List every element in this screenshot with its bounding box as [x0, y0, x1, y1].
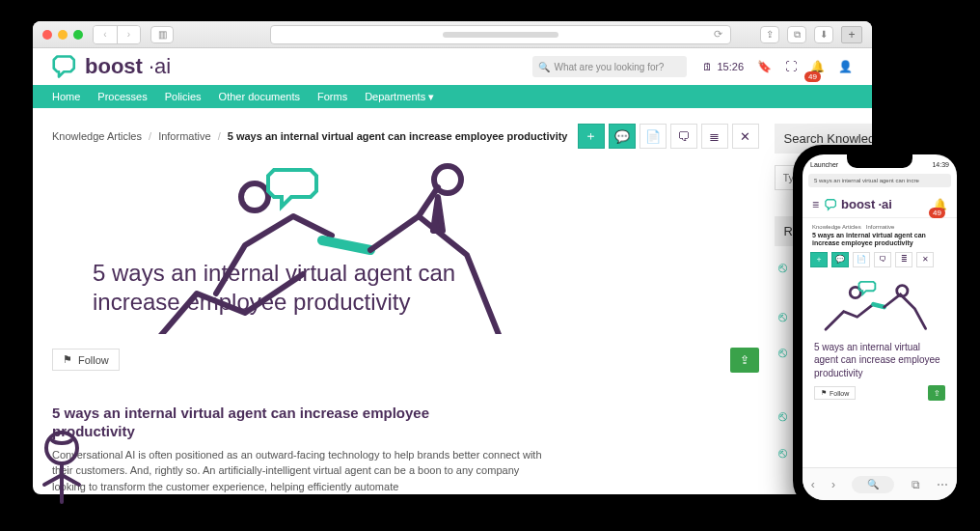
brand-name: boost [85, 54, 143, 79]
breadcrumb-root[interactable]: Knowledge Articles [812, 224, 861, 230]
phone-follow-button[interactable]: ⚑ Follow [814, 386, 856, 400]
calendar-icon: 🗓 [702, 61, 713, 72]
main-column: Knowledge Articles / Informative / 5 way… [52, 124, 759, 494]
breadcrumb-category[interactable]: Informative [866, 224, 895, 230]
profile-avatar[interactable]: 👤 [838, 60, 853, 73]
svg-point-0 [434, 166, 461, 193]
logo-icon [825, 198, 838, 211]
breadcrumb: Knowledge Articles / Informative / 5 way… [52, 130, 568, 142]
breadcrumb-root[interactable]: Knowledge Articles [52, 130, 142, 142]
nav-home[interactable]: Home [52, 91, 80, 102]
phone-share-button[interactable]: ⇪ [928, 385, 945, 401]
flag-icon: ⚑ [63, 353, 72, 366]
phone-bottom-nav: ‹ › 🔍 ⧉ ⋯ [803, 467, 957, 500]
tools-icon[interactable]: ✕ [916, 252, 934, 267]
brand-suffix: ·ai [149, 54, 171, 79]
article-icon: ⎋ [775, 258, 792, 275]
article-icon: ⎋ [775, 443, 792, 461]
nav-forms[interactable]: Forms [317, 91, 347, 102]
phone-hero [803, 273, 957, 341]
phone-notifications-icon[interactable]: 🔔 49 [933, 198, 947, 211]
app-header: boost·ai 🔍 What are you looking for? 🗓 1… [33, 48, 872, 85]
breadcrumb-current: 5 ways an internal virtual agent can inc… [812, 232, 947, 248]
follow-label: Follow [830, 390, 849, 397]
phone-notif-badge: 49 [929, 208, 945, 218]
phone-header: ≡ boost·ai 🔔 49 [803, 191, 957, 218]
minimize-window-icon[interactable] [58, 30, 68, 40]
nav-other-documents[interactable]: Other documents [219, 91, 300, 102]
phone-url-text: 5 ways an internal virtual agent can inc… [814, 178, 919, 183]
nav-processes[interactable]: Processes [97, 91, 147, 102]
follow-button[interactable]: ⚑ Follow [52, 349, 120, 371]
list-icon[interactable]: ≣ [701, 124, 728, 149]
brand-logo[interactable]: boost·ai [52, 53, 171, 80]
phone-follow-bar: ⚑ Follow ⇪ [803, 379, 957, 406]
document-icon[interactable]: 📄 [853, 252, 870, 267]
url-bar[interactable]: ⟳ [270, 25, 731, 44]
chrome-right-icons: ⇪ ⧉ ⬇ + [760, 26, 862, 43]
article-title: 5 ways an internal virtual agent can inc… [93, 259, 498, 317]
menu-icon[interactable]: ≡ [812, 198, 819, 211]
list-icon[interactable]: ≣ [895, 252, 912, 267]
discuss-icon[interactable]: 🗨 [874, 252, 891, 267]
article-icon: ⎋ [775, 407, 792, 425]
browser-window: ‹ › ▥ ⟳ ⇪ ⧉ ⬇ + boost·ai 🔍 What are you … [33, 21, 872, 494]
share-icon[interactable]: ⇪ [760, 26, 779, 43]
global-search[interactable]: 🔍 What are you looking for? [532, 56, 687, 77]
content-area: Knowledge Articles / Informative / 5 way… [33, 108, 872, 494]
phone-url-bar[interactable]: 5 ways an internal virtual agent can inc… [808, 174, 951, 187]
brand-name: boost [841, 197, 875, 211]
phone-breadcrumb: Knowledge Articles Informative 5 ways an… [803, 218, 957, 250]
article-icon: ⎋ [775, 344, 792, 361]
phone-notch [847, 154, 912, 168]
tabs-icon[interactable]: ⧉ [787, 26, 806, 43]
phone-search-button[interactable]: 🔍 [852, 476, 894, 493]
phone-mock: Launcher 14:39 5 ways an internal virtua… [793, 145, 966, 510]
forward-button[interactable]: › [117, 26, 140, 43]
share-icon: ⇪ [740, 353, 749, 367]
logo-icon [52, 53, 79, 80]
nav-buttons: ‹ › [93, 25, 141, 44]
bookmark-icon[interactable]: 🔖 [757, 60, 772, 73]
follow-bar: ⚑ Follow ⇪ [52, 348, 759, 373]
clock-widget[interactable]: 🗓 15:26 [702, 61, 744, 72]
breadcrumb-current: 5 ways an internal virtual agent can inc… [228, 130, 568, 142]
search-placeholder: What are you looking for? [554, 62, 664, 72]
tools-icon[interactable]: ✕ [732, 124, 759, 149]
breadcrumb-row: Knowledge Articles / Informative / 5 way… [52, 124, 759, 149]
phone-article-title: 5 ways an internal virtual agent can inc… [803, 341, 957, 380]
comment-button[interactable]: 💬 [831, 252, 849, 267]
download-icon[interactable]: ⬇ [814, 26, 833, 43]
document-icon[interactable]: 📄 [640, 124, 667, 149]
nav-policies[interactable]: Policies [165, 91, 202, 102]
flag-icon: ⚑ [821, 389, 827, 397]
comment-button[interactable]: 💬 [609, 124, 636, 149]
apps-grid-icon[interactable]: ⛶ [785, 60, 797, 73]
main-nav: Home Processes Policies Other documents … [33, 85, 872, 108]
notifications-icon[interactable]: 🔔 49 [810, 60, 825, 73]
reload-icon[interactable]: ⟳ [714, 28, 722, 41]
svg-point-1 [241, 183, 268, 210]
phone-brand-logo[interactable]: boost·ai [825, 197, 892, 211]
search-icon: 🔍 [538, 62, 550, 72]
header-icons: 🗓 15:26 🔖 ⛶ 🔔 49 👤 [702, 60, 853, 73]
article-body: Conversational AI is often positioned as… [52, 447, 554, 495]
maximize-window-icon[interactable] [73, 30, 83, 40]
sidebar-toggle[interactable]: ▥ [150, 26, 174, 43]
share-button[interactable]: ⇪ [730, 348, 759, 373]
discuss-icon[interactable]: 🗨 [670, 124, 697, 149]
add-button[interactable]: ＋ [578, 124, 605, 149]
phone-tabs-icon[interactable]: ⧉ [912, 478, 920, 491]
browser-chrome: ‹ › ▥ ⟳ ⇪ ⧉ ⬇ + [33, 21, 872, 48]
phone-back-icon[interactable]: ‹ [811, 478, 815, 491]
back-button[interactable]: ‹ [94, 26, 117, 43]
close-window-icon[interactable] [42, 30, 52, 40]
add-button[interactable]: ＋ [810, 252, 828, 267]
new-tab-button[interactable]: + [841, 26, 862, 43]
breadcrumb-category[interactable]: Informative [158, 130, 210, 142]
phone-menu-icon[interactable]: ⋯ [937, 478, 948, 491]
status-left: Launcher [810, 161, 838, 168]
phone-forward-icon[interactable]: › [831, 478, 835, 491]
article-icon: ⎋ [775, 308, 792, 325]
nav-departments[interactable]: Departments ▾ [365, 91, 434, 103]
